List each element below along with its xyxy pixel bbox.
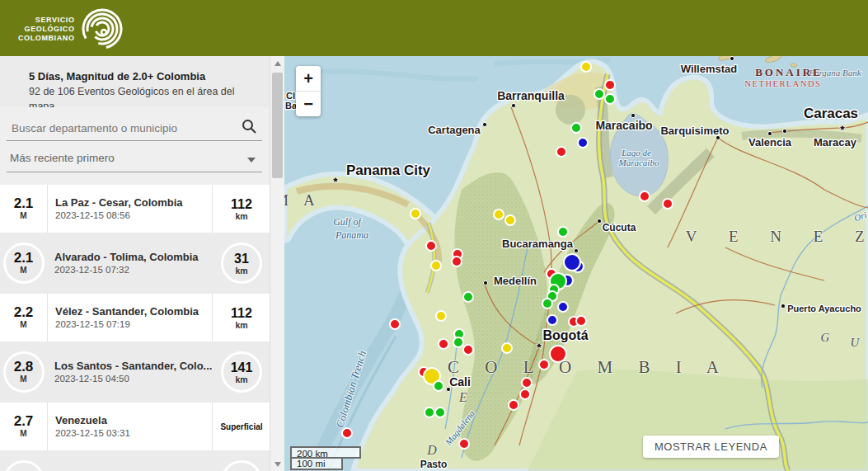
earthquake-marker[interactable] (558, 227, 568, 237)
earthquake-marker[interactable] (663, 199, 673, 209)
earthquake-marker[interactable] (425, 407, 434, 417)
list-item[interactable]: 2.8M Los Santos - Santander, Colo...2023… (0, 345, 270, 399)
earthquake-marker[interactable] (426, 241, 436, 251)
sort-dropdown[interactable]: Más reciente primero (7, 147, 262, 172)
earthquake-marker[interactable] (522, 378, 532, 388)
search-input[interactable] (10, 117, 228, 139)
event-place: Vélez - Santander, Colombia (55, 304, 212, 318)
map-label: Bucaramanga (502, 238, 574, 250)
depth-value: Superficial (220, 420, 262, 434)
logo-line: SERVICIO (35, 16, 75, 25)
earthquake-marker[interactable] (494, 210, 504, 219)
magnitude-unit: M (20, 266, 26, 276)
map-label: BONAIRE (755, 66, 823, 78)
map-label: Maracay (814, 136, 857, 148)
scale-mi: 100 mi (290, 459, 343, 470)
scale-km: 200 km (290, 446, 361, 459)
zoom-control: + − (296, 66, 321, 116)
depth-unit: km (235, 211, 247, 221)
zoom-in-button[interactable]: + (296, 66, 321, 92)
earthquake-marker[interactable] (509, 400, 518, 410)
magnitude-value: 2.1 (14, 251, 34, 266)
map[interactable]: BarranquillaCartagenaPanama CityWillemst… (284, 56, 868, 471)
city-marker (482, 122, 486, 126)
magnitude-value: 2.8 (14, 360, 34, 374)
earthquake-marker[interactable] (431, 261, 441, 271)
map-label: V E N E Z U (686, 228, 868, 245)
depth-value: 112 (231, 197, 252, 211)
earthquake-marker[interactable] (605, 94, 615, 104)
map-label: Barranquilla (497, 89, 565, 102)
arrow-down-icon (274, 462, 281, 467)
map-label: Panama City (346, 162, 431, 178)
magnitude-value: 2.1 (14, 196, 34, 211)
sort-selected-value: Más reciente primero (10, 152, 115, 164)
map-label: G (821, 331, 830, 344)
sgc-logo[interactable]: SERVICIO GEOLÓGICO COLOMBIANO (18, 7, 126, 50)
show-legend-button[interactable]: MOSTRAR LEYENDA (643, 436, 779, 458)
map-label: Cali (449, 375, 471, 389)
earthquake-marker[interactable] (550, 346, 566, 362)
city-marker (716, 135, 720, 139)
earthquake-marker[interactable] (453, 337, 463, 347)
event-place: Los Santos - Santander, Colo... (54, 359, 213, 373)
magnitude-unit: M (20, 374, 26, 384)
earthquake-marker[interactable] (571, 123, 581, 133)
logo-line: GEOLÓGICO (25, 25, 75, 34)
earthquake-marker[interactable] (520, 389, 530, 399)
earthquake-marker[interactable] (342, 428, 352, 438)
earthquake-marker[interactable] (434, 381, 443, 391)
earthquake-marker[interactable] (605, 80, 615, 90)
earthquake-marker[interactable] (411, 209, 420, 219)
map-label: Willemstad (681, 63, 738, 75)
earthquake-list-panel: 5 Días, Magnitud de 2.0+ Colombia 92 de … (0, 56, 284, 471)
scroll-down-button[interactable] (270, 457, 284, 471)
earthquake-marker[interactable] (581, 62, 591, 72)
list-item[interactable]: 2.1M Alvarado - Tolima, Colombia2023-12-… (0, 236, 270, 290)
earthquake-marker[interactable] (547, 315, 557, 325)
map-label: M A (284, 191, 321, 209)
earthquake-marker[interactable] (564, 254, 580, 271)
list-item[interactable]: 2.1M La Paz - Cesar, Colombia2023-12-15 … (0, 181, 270, 236)
city-marker (597, 219, 601, 223)
map-label: Pasto (420, 459, 448, 470)
earthquake-marker[interactable] (539, 360, 549, 370)
map-canvas[interactable]: BarranquillaCartagenaPanama CityWillemst… (284, 56, 868, 471)
scroll-up-button[interactable] (270, 56, 284, 70)
earthquake-marker[interactable] (558, 302, 568, 312)
city-marker (730, 56, 734, 60)
map-label: Lago de (621, 148, 651, 158)
map-label: C O L O M B I A (448, 357, 730, 377)
city-marker (483, 280, 487, 285)
zoom-out-button[interactable]: − (296, 92, 321, 116)
earthquake-marker[interactable] (390, 319, 400, 329)
list-item[interactable]: Vélez - Santander, Colombia (0, 454, 270, 471)
earthquake-marker[interactable] (452, 257, 462, 266)
earthquake-marker[interactable] (439, 339, 448, 349)
earthquake-marker[interactable] (542, 299, 552, 309)
map-label: Caracas (804, 106, 858, 121)
earthquake-marker[interactable] (502, 343, 512, 353)
scrollbar-thumb[interactable] (272, 73, 283, 178)
sidebar-scrollbar[interactable] (270, 56, 284, 471)
city-marker (574, 248, 578, 252)
earthquake-marker[interactable] (505, 215, 515, 225)
earthquake-marker[interactable] (463, 292, 473, 302)
map-label: U (851, 336, 861, 349)
earthquake-marker[interactable] (640, 191, 650, 201)
earthquake-marker[interactable] (459, 439, 469, 449)
earthquake-marker[interactable] (576, 316, 586, 326)
list-item[interactable]: 2.7M Venezuela2023-12-15 03:31 Superfici… (0, 399, 270, 454)
earthquake-marker[interactable] (556, 147, 566, 157)
list-item[interactable]: 2.2M Vélez - Santander, Colombia2023-12-… (0, 290, 270, 345)
city-marker (782, 129, 786, 133)
earthquake-marker[interactable] (435, 407, 445, 417)
search-icon[interactable] (241, 118, 257, 134)
map-label: Maracaibo (618, 158, 659, 167)
earthquake-marker[interactable] (578, 138, 588, 148)
earthquake-marker[interactable] (436, 311, 446, 321)
earthquake-marker[interactable] (594, 89, 604, 99)
event-time: 2023-12-15 04:50 (54, 373, 213, 385)
earthquake-marker[interactable] (463, 345, 473, 355)
magnitude-value: 2.2 (14, 305, 34, 320)
